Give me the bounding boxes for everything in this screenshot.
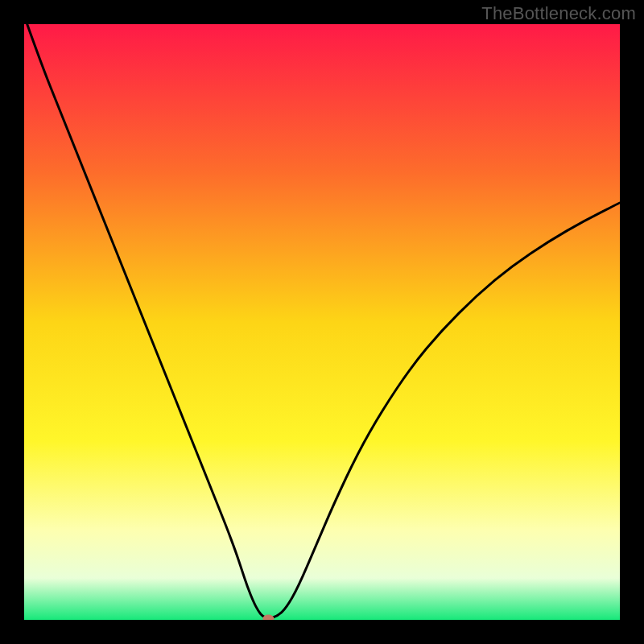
bottleneck-chart (24, 24, 620, 620)
plot-area (24, 24, 620, 620)
chart-frame: TheBottleneck.com (0, 0, 644, 644)
watermark-text: TheBottleneck.com (481, 3, 636, 24)
